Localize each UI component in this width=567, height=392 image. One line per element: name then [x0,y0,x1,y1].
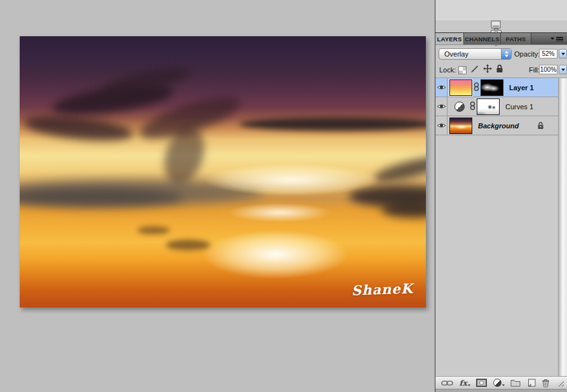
triangle-icon [550,37,554,40]
blend-opacity-row: Overlay Opacity: 52% [435,46,567,62]
lock-transparency-icon[interactable] [458,66,467,74]
mask-link-icon[interactable] [470,101,475,112]
layer-row-curves1[interactable]: Curves 1 [435,97,558,116]
lock-pixels-icon[interactable] [470,64,479,76]
panel-bottom-edge [435,389,567,392]
cloud-shape [136,88,245,147]
layer-mask-thumbnail[interactable] [477,98,500,115]
fill-input[interactable]: 100% [539,65,557,74]
cloud-shape [137,226,170,234]
layer-list: Layer 1 Curves 1 Background [435,78,558,135]
layer-name[interactable]: Layer 1 [509,84,534,91]
cloud-shape [100,62,191,99]
triangle-icon [561,69,565,71]
visibility-toggle[interactable] [435,116,447,135]
triangle-icon [561,53,565,55]
cloud-shape [166,240,210,250]
add-layer-mask-icon[interactable] [476,379,487,387]
visibility-toggle[interactable] [435,78,447,97]
cloud-shape [20,188,182,207]
cloud-shape [23,112,134,145]
opacity-input[interactable]: 52% [539,49,557,58]
eye-icon [437,84,446,91]
layer-row-background[interactable]: Background [435,116,558,135]
layer-row-layer1[interactable]: Layer 1 [435,78,558,97]
resize-grip[interactable] [556,379,564,387]
blend-mode-value: Overlay [439,50,501,58]
mask-link-icon[interactable] [474,82,479,93]
background-lock-icon [537,121,544,131]
eye-icon [437,103,446,110]
layer-list-empty-area [435,137,558,376]
photo-watermark: ShaneK [352,280,414,298]
canvas-area: ShaneK [0,0,435,392]
history-panel-bar [435,20,567,32]
layers-panel-bar: fx [435,376,567,389]
lock-label: Lock: [439,66,456,74]
tab-channels[interactable]: CHANNELS [464,33,501,44]
sun-glow [174,220,378,288]
new-adjustment-layer-icon[interactable] [493,379,505,387]
opacity-dropdown-button[interactable] [559,49,567,58]
stepper-icon [501,49,511,59]
cloud-shape [51,79,175,121]
tab-layers[interactable]: LAYERS [435,33,464,44]
cloud-shape [20,180,263,204]
lock-position-icon[interactable] [483,64,492,76]
layer-thumbnail[interactable] [449,79,472,96]
new-layer-icon[interactable] [527,379,536,387]
lock-all-icon[interactable] [496,64,503,76]
cloud-shape [239,118,426,131]
delete-layer-icon[interactable] [542,379,550,388]
layer-style-icon[interactable]: fx [460,379,470,387]
opacity-label: Opacity: [514,50,540,58]
fill-dropdown-button[interactable] [559,65,567,74]
fill-label: Fill: [529,66,540,74]
cloud-shape [381,201,426,218]
eye-icon [437,122,446,129]
layer-mask-thumbnail[interactable] [481,79,503,96]
tab-paths[interactable]: PATHS [501,33,531,44]
blend-mode-dropdown[interactable]: Overlay [439,48,512,60]
layer-name[interactable]: Curves 1 [505,103,533,111]
lock-fill-row: Lock: Fill: 100% [435,62,567,78]
cloud-shape [349,186,426,207]
adjustment-layer-icon[interactable] [454,102,465,112]
sun-glow [207,199,353,226]
scrollbar-track[interactable] [558,78,567,376]
cloud-shape [372,152,426,186]
panel-tab-bar: LAYERS CHANNELS PATHS [435,32,567,45]
document-image[interactable]: ShaneK [20,36,426,308]
panel-menu-icon[interactable] [542,33,567,44]
sun-glow [174,158,410,201]
menu-lines-icon [556,37,563,41]
panel-dock: LAYERS CHANNELS PATHS Overlay Opacity: 5… [435,0,567,392]
new-group-icon[interactable] [510,379,521,387]
layer-name[interactable]: Background [478,122,519,130]
new-document-from-state-icon[interactable] [435,20,556,29]
layer-thumbnail[interactable] [449,118,472,134]
history-panel-body [435,0,567,20]
link-layers-icon[interactable] [441,380,453,386]
cloud-shape [158,121,211,189]
visibility-toggle[interactable] [435,97,447,116]
